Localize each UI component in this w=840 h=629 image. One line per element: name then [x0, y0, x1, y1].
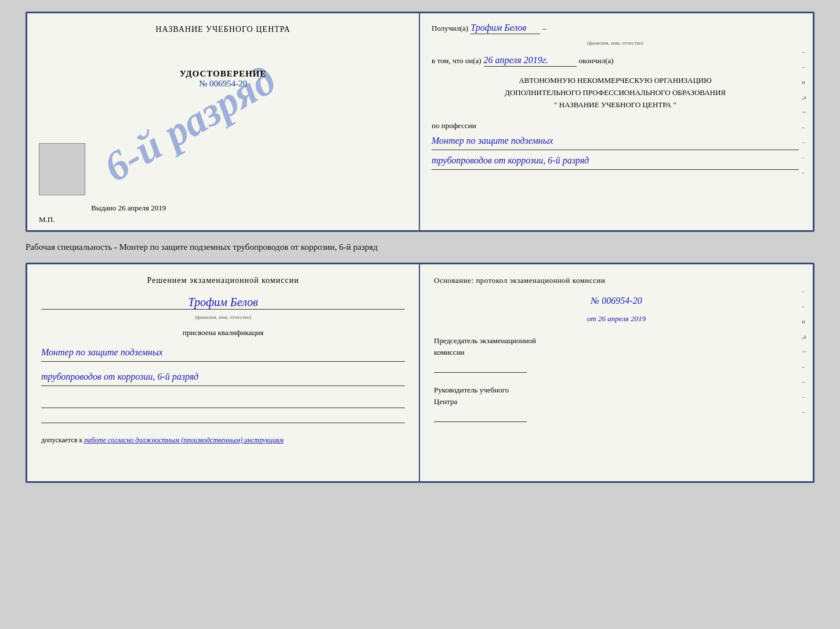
- deco-dash-3: –: [802, 123, 808, 130]
- cert-bottom-left: Решением экзаменационной комиссии Трофим…: [27, 264, 420, 481]
- osnov-title: Основание: протокол экзаменационной коми…: [434, 276, 799, 285]
- qual-line2: трубопроводов от коррозии, 6-й разряд: [41, 369, 405, 386]
- chairman-block: Председатель экзаменационной комиссии: [434, 335, 799, 373]
- qual-line1: Монтер по защите подземных: [41, 344, 405, 362]
- decision-title: Решением экзаменационной комиссии: [41, 276, 405, 285]
- head-title: Руководитель учебного Центра: [434, 384, 799, 407]
- completion-date: 26 апреля 2019г.: [484, 55, 577, 67]
- deco-dash-b2: –: [802, 303, 808, 310]
- issued-label: Выдано: [91, 203, 116, 212]
- udost-label: УДОСТОВЕРЕНИЕ: [180, 69, 267, 79]
- right-deco: – – и ,а ← – – – –: [802, 48, 808, 176]
- cert-left: НАЗВАНИЕ УЧЕБНОГО ЦЕНТРА 6-й разряд УДОС…: [27, 13, 420, 230]
- head-title-line1: Руководитель учебного: [434, 386, 509, 394]
- допускается-block: допускается к работе согласно должностны…: [41, 436, 405, 445]
- udost-number: № 006954-20: [180, 79, 267, 89]
- org-block: АВТОНОМНУЮ НЕКОММЕРЧЕСКУЮ ОРГАНИЗАЦИЮ ДО…: [432, 75, 799, 111]
- profession-block: по профессии Монтер по защите подземных …: [432, 120, 799, 170]
- deco-dash-6: –: [802, 169, 808, 176]
- org-line2: ДОПОЛНИТЕЛЬНОГО ПРОФЕССИОНАЛЬНОГО ОБРАЗО…: [432, 87, 799, 99]
- profession-line2: трубопроводов от коррозии, 6-й разряд: [432, 152, 799, 170]
- org-line3: " НАЗВАНИЕ УЧЕБНОГО ЦЕНТРА ": [432, 99, 799, 111]
- допускается-prefix: допускается к: [41, 436, 82, 444]
- head-signature-line: [434, 409, 527, 422]
- deco-dash-1: –: [802, 48, 808, 55]
- certificate-top: НАЗВАНИЕ УЧЕБНОГО ЦЕНТРА 6-й разряд УДОС…: [26, 12, 814, 232]
- received-name: Трофим Белов: [470, 23, 540, 34]
- head-block: Руководитель учебного Центра: [434, 384, 799, 422]
- deco-left-b: ←: [802, 348, 808, 355]
- допускается-text-value: работе согласно должностным (производств…: [84, 436, 284, 444]
- head-title-line2: Центра: [434, 397, 457, 406]
- deco-dash-b1: –: [802, 288, 808, 294]
- right-deco-bottom: – – и ,а ← – – – –: [802, 288, 808, 415]
- deco-i-b: и: [802, 318, 808, 325]
- issued-date-value: 26 апреля 2019: [118, 203, 166, 212]
- profession-label: по профессии: [432, 121, 476, 130]
- date-prefix: от: [587, 314, 596, 323]
- protocol-date: от 26 апреля 2019: [434, 314, 799, 323]
- person-name: Трофим Белов: [41, 296, 405, 310]
- udost-box: УДОСТОВЕРЕНИЕ № 006954-20: [180, 69, 267, 89]
- received-line: Получил(а) Трофим Белов –: [432, 23, 799, 34]
- cert-bottom-right: Основание: протокол экзаменационной коми…: [420, 264, 813, 481]
- in-that-line: в том, что он(а) 26 апреля 2019г. окончи…: [432, 55, 799, 67]
- deco-dash-2: –: [802, 63, 808, 70]
- certificate-bottom: Решением экзаменационной комиссии Трофим…: [26, 263, 814, 483]
- issued-date: Выдано 26 апреля 2019: [91, 203, 166, 213]
- received-label: Получил(а): [432, 24, 468, 33]
- deco-a: ,а: [802, 93, 808, 100]
- protocol-date-value: 26 апреля 2019: [598, 314, 646, 323]
- chairman-title-line1: Председатель экзаменационной: [434, 336, 536, 345]
- photo-placeholder: [39, 143, 85, 195]
- org-line1: АВТОНОМНУЮ НЕКОММЕРЧЕСКУЮ ОРГАНИЗАЦИЮ: [432, 75, 799, 87]
- protocol-number: № 006954-20: [434, 296, 799, 306]
- assigned-label: присвоена квалификация: [41, 328, 405, 337]
- deco-dash-b5: –: [802, 393, 808, 400]
- dash1: –: [542, 24, 546, 33]
- diagonal-stamp: 6-й разряд: [49, 12, 331, 232]
- deco-dash-b6: –: [802, 408, 808, 415]
- name-subtext-top: (фамилия, имя, отчество): [432, 40, 799, 46]
- name-subtext-bottom: (фамилия, имя, отчество): [41, 314, 405, 320]
- deco-dash-5: –: [802, 154, 808, 161]
- blank-line-2: [41, 410, 405, 423]
- deco-dash-b3: –: [802, 363, 808, 370]
- deco-i: и: [802, 78, 808, 85]
- cert-right: Получил(а) Трофим Белов – (фамилия, имя,…: [420, 13, 813, 230]
- mp-label: М.П.: [39, 215, 55, 224]
- in-that-label: в том, что он(а): [432, 56, 481, 66]
- document-container: НАЗВАНИЕ УЧЕБНОГО ЦЕНТРА 6-й разряд УДОС…: [26, 12, 814, 483]
- chairman-title-line2: комиссии: [434, 348, 465, 357]
- deco-dash-b4: –: [802, 378, 808, 385]
- chairman-title: Председатель экзаменационной комиссии: [434, 335, 799, 358]
- school-title: НАЗВАНИЕ УЧЕБНОГО ЦЕНТРА: [155, 25, 290, 34]
- deco-dash-4: –: [802, 139, 808, 146]
- deco-a-b: ,а: [802, 333, 808, 340]
- finished-label: окончил(а): [579, 56, 614, 66]
- chairman-signature-line: [434, 360, 527, 373]
- profession-line1: Монтер по защите подземных: [432, 133, 799, 150]
- middle-label: Рабочая специальность - Монтер по защите…: [26, 239, 814, 256]
- blank-line-1: [41, 395, 405, 408]
- blank-lines: [41, 395, 405, 426]
- deco-left: ←: [802, 108, 808, 115]
